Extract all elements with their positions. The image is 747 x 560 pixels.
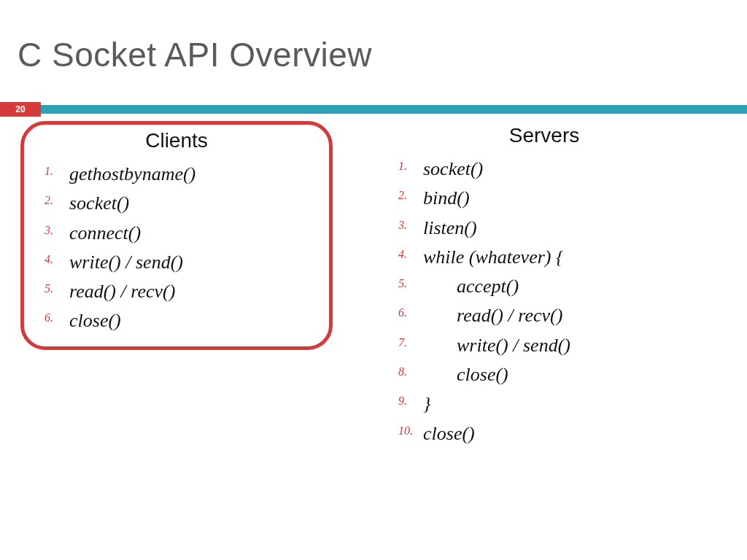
- list-item: 1.socket(): [423, 155, 690, 184]
- clients-heading: Clients: [44, 129, 309, 152]
- item-text: bind(): [423, 187, 470, 209]
- list-item: 8.close(): [423, 360, 690, 389]
- item-number: 5.: [398, 275, 407, 293]
- list-item: 3.listen(): [423, 214, 690, 243]
- item-text: read() / recv(): [69, 281, 175, 302]
- servers-list: 1.socket() 2.bind() 3.listen() 4.while (…: [398, 155, 690, 448]
- list-item: 3.connect(): [69, 219, 309, 248]
- item-text: accept(): [457, 276, 519, 297]
- item-text: while (whatever) {: [423, 246, 563, 268]
- list-item: 10.close(): [423, 419, 690, 448]
- item-text: write() / send(): [69, 252, 183, 273]
- servers-heading: Servers: [398, 124, 690, 147]
- item-number: 1.: [44, 163, 53, 181]
- list-item: 6.read() / recv(): [423, 301, 690, 330]
- item-text: close(): [69, 310, 121, 331]
- item-number: 7.: [398, 334, 407, 352]
- accent-bar: 20: [0, 102, 747, 117]
- list-item: 1.gethostbyname(): [69, 160, 309, 189]
- accent-stripe: [41, 105, 747, 114]
- item-number: 10.: [398, 422, 413, 440]
- item-text: listen(): [423, 217, 477, 238]
- item-text: socket(): [69, 192, 129, 214]
- item-text: gethostbyname(): [69, 163, 196, 184]
- clients-highlight-box: Clients 1.gethostbyname() 2.socket() 3.c…: [20, 121, 333, 350]
- item-number: 5.: [44, 280, 53, 298]
- list-item: 9.}: [423, 389, 690, 419]
- list-item: 2.socket(): [69, 189, 309, 218]
- slide-title: C Socket API Overview: [18, 35, 372, 74]
- item-number: 1.: [398, 158, 407, 176]
- item-text: connect(): [69, 222, 141, 244]
- item-number: 6.: [44, 309, 53, 327]
- item-text: write() / send(): [457, 335, 570, 356]
- list-item: 2.bind(): [423, 184, 690, 213]
- list-item: 4.write() / send(): [69, 248, 309, 277]
- list-item: 5.accept(): [423, 272, 690, 301]
- item-text: close(): [423, 423, 475, 444]
- list-item: 7.write() / send(): [423, 331, 690, 360]
- item-text: }: [423, 393, 430, 414]
- list-item: 6.close(): [69, 306, 309, 335]
- item-number: 2.: [398, 187, 407, 205]
- clients-column: Clients 1.gethostbyname() 2.socket() 3.c…: [41, 124, 333, 448]
- list-item: 5.read() / recv(): [69, 277, 309, 306]
- slide-number-badge: 20: [0, 102, 41, 117]
- servers-column: Servers 1.socket() 2.bind() 3.listen() 4…: [398, 124, 690, 448]
- item-number: 3.: [398, 217, 407, 235]
- item-text: read() / recv(): [457, 305, 562, 326]
- clients-list: 1.gethostbyname() 2.socket() 3.connect()…: [44, 160, 309, 336]
- item-number: 2.: [44, 192, 53, 210]
- item-number: 4.: [398, 246, 407, 264]
- item-number: 6.: [398, 304, 407, 322]
- list-item: 4.while (whatever) {: [423, 243, 690, 272]
- item-text: close(): [457, 364, 508, 385]
- item-number: 9.: [398, 392, 407, 411]
- slide: C Socket API Overview 20 Clients 1.getho…: [0, 0, 747, 560]
- content-area: Clients 1.gethostbyname() 2.socket() 3.c…: [41, 124, 703, 448]
- item-number: 4.: [44, 251, 53, 269]
- item-number: 3.: [44, 222, 53, 240]
- item-number: 8.: [398, 363, 407, 381]
- item-text: socket(): [423, 158, 483, 179]
